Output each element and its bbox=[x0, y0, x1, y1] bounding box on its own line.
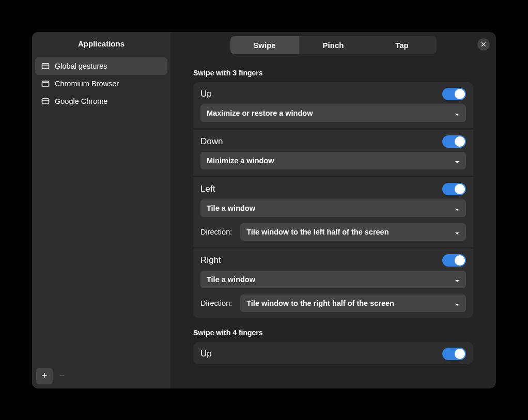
content-area: Swipe with 3 fingers Up Maximize or rest… bbox=[170, 58, 496, 388]
chevron-down-icon bbox=[455, 301, 460, 306]
main-header: Swipe Pinch Tap ✕ bbox=[170, 32, 496, 58]
action-dropdown-left[interactable]: Tile a window bbox=[200, 199, 466, 217]
gesture-card-left: Left Tile a window Direction: Tile windo… bbox=[193, 177, 473, 247]
chevron-down-icon bbox=[455, 277, 460, 282]
sidebar: Applications Global gestures Chromium Br… bbox=[32, 32, 170, 388]
chevron-down-icon bbox=[455, 229, 460, 235]
window-icon bbox=[41, 62, 50, 70]
toggle-knob bbox=[455, 136, 465, 147]
gesture-name: Up bbox=[200, 89, 212, 99]
gesture-card-right: Right Tile a window Direction: Tile wind… bbox=[193, 248, 473, 318]
toggle-up[interactable] bbox=[442, 88, 466, 100]
dropdown-value: Tile window to the right half of the scr… bbox=[246, 299, 394, 307]
sidebar-item-chrome[interactable]: Google Chrome bbox=[35, 92, 167, 110]
dropdown-value: Maximize or restore a window bbox=[207, 109, 313, 117]
action-dropdown-right[interactable]: Tile a window bbox=[200, 271, 466, 288]
svg-rect-4 bbox=[42, 99, 49, 104]
svg-rect-2 bbox=[42, 81, 49, 86]
tab-pinch[interactable]: Pinch bbox=[299, 36, 368, 54]
main-panel: Swipe Pinch Tap ✕ Swipe with 3 fingers U… bbox=[170, 32, 496, 388]
sidebar-item-label: Global gestures bbox=[55, 62, 107, 70]
direction-dropdown-left[interactable]: Tile window to the left half of the scre… bbox=[240, 223, 466, 241]
dropdown-value: Minimize a window bbox=[207, 157, 274, 165]
close-button[interactable]: ✕ bbox=[477, 38, 490, 51]
section-title: Swipe with 3 fingers bbox=[193, 58, 473, 82]
dropdown-value: Tile window to the left half of the scre… bbox=[246, 228, 389, 236]
svg-rect-0 bbox=[42, 64, 49, 69]
sidebar-title: Applications bbox=[32, 32, 170, 55]
gesture-name: Left bbox=[200, 184, 215, 194]
toggle-down[interactable] bbox=[442, 135, 466, 148]
add-button[interactable]: + bbox=[36, 368, 53, 384]
tabs: Swipe Pinch Tap bbox=[230, 36, 437, 54]
direction-label: Direction: bbox=[200, 299, 232, 307]
tab-swipe[interactable]: Swipe bbox=[230, 36, 299, 54]
toggle-knob bbox=[455, 349, 465, 359]
toggle-knob bbox=[455, 184, 465, 194]
gesture-name: Down bbox=[200, 136, 223, 147]
chevron-down-icon bbox=[455, 111, 460, 116]
toggle-knob bbox=[455, 89, 465, 99]
gesture-group-3fingers: Up Maximize or restore a window Down bbox=[193, 82, 473, 318]
sidebar-footer: + − bbox=[36, 368, 70, 384]
gesture-name: Right bbox=[200, 255, 221, 266]
direction-label: Direction: bbox=[200, 228, 232, 236]
sidebar-list: Global gestures Chromium Browser Google … bbox=[32, 55, 170, 112]
action-dropdown-up[interactable]: Maximize or restore a window bbox=[200, 104, 466, 122]
toggle-right[interactable] bbox=[442, 254, 466, 267]
sidebar-item-label: Google Chrome bbox=[55, 97, 107, 105]
sidebar-item-chromium[interactable]: Chromium Browser bbox=[35, 75, 167, 92]
gesture-group-4fingers: Up bbox=[193, 342, 473, 364]
action-dropdown-down[interactable]: Minimize a window bbox=[200, 152, 466, 169]
settings-window: Applications Global gestures Chromium Br… bbox=[32, 32, 496, 388]
toggle-left[interactable] bbox=[442, 183, 466, 195]
tab-tap[interactable]: Tap bbox=[368, 36, 437, 54]
direction-dropdown-right[interactable]: Tile window to the right half of the scr… bbox=[240, 294, 466, 312]
dropdown-value: Tile a window bbox=[207, 275, 255, 284]
window-icon bbox=[41, 80, 50, 88]
toggle-up-4[interactable] bbox=[442, 348, 466, 360]
sidebar-item-global-gestures[interactable]: Global gestures bbox=[35, 57, 167, 75]
gesture-card-up-4: Up bbox=[193, 342, 473, 364]
sidebar-item-label: Chromium Browser bbox=[55, 80, 119, 88]
remove-button: − bbox=[54, 368, 70, 384]
gesture-name: Up bbox=[200, 349, 212, 359]
window-icon bbox=[41, 97, 50, 105]
toggle-knob bbox=[455, 255, 465, 266]
section-title: Swipe with 4 fingers bbox=[193, 318, 473, 342]
chevron-down-icon bbox=[455, 158, 460, 163]
gesture-card-down: Down Minimize a window bbox=[193, 129, 473, 176]
dropdown-value: Tile a window bbox=[207, 204, 255, 212]
chevron-down-icon bbox=[455, 206, 460, 211]
gesture-card-up: Up Maximize or restore a window bbox=[193, 82, 473, 128]
